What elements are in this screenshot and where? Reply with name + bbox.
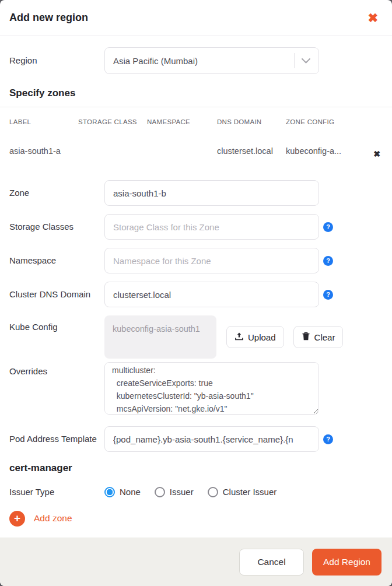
overrides-textarea[interactable]: multicluster: createServiceExports: true… (104, 362, 319, 415)
cluster-dns-domain-row: Cluster DNS Domain ? (9, 282, 383, 307)
issuer-issuer-radio[interactable] (155, 487, 165, 497)
select-divider (294, 53, 295, 68)
pod-address-template-label: Pod Address Template (9, 433, 104, 445)
region-select[interactable]: Asia Pacific (Mumbai) (104, 47, 319, 74)
chevron-down-icon (302, 58, 310, 64)
region-label: Region (9, 55, 104, 66)
remove-zone-icon: ✖ (373, 149, 380, 159)
kube-config-label: Kube Config (9, 315, 104, 333)
namespace-input[interactable] (104, 248, 319, 273)
issuer-type-option-cluster-issuer[interactable]: Cluster Issuer (208, 487, 277, 497)
zone-form: Zone Storage Classes ? Namespace ? (0, 180, 392, 498)
issuer-type-option-issuer[interactable]: Issuer (155, 487, 194, 497)
trash-icon (302, 332, 310, 343)
zone-row: Zone (9, 180, 383, 206)
issuer-issuer-label: Issuer (170, 487, 194, 497)
close-icon: ✖ (368, 11, 378, 24)
issuer-type-radio-group: None Issuer Cluster Issuer (104, 487, 276, 497)
col-header-dns-domain: DNS DOMAIN (217, 118, 286, 125)
issuer-cluster-issuer-label: Cluster Issuer (223, 487, 277, 497)
namespace-label: Namespace (9, 255, 104, 266)
pod-address-template-row: Pod Address Template ? (9, 426, 383, 452)
issuer-cluster-issuer-radio[interactable] (208, 487, 218, 497)
close-button[interactable]: ✖ (364, 9, 382, 26)
storage-classes-label: Storage Classes (9, 221, 104, 233)
kube-config-row: Kube Config kubeconfig-asia-south1 Uploa… (9, 315, 383, 359)
pod-address-template-help-icon[interactable]: ? (323, 434, 333, 444)
col-header-label: LABEL (9, 118, 78, 125)
plus-glyph: + (14, 513, 20, 524)
namespace-help-icon[interactable]: ? (323, 256, 333, 266)
col-header-namespace: NAMESPACE (147, 118, 217, 125)
col-header-storage-class: STORAGE CLASS (78, 118, 147, 125)
cluster-dns-domain-label: Cluster DNS Domain (9, 289, 104, 300)
cluster-dns-domain-input[interactable] (104, 282, 319, 307)
cert-manager-heading: cert-manager (9, 462, 383, 474)
kube-config-filename: kubeconfig-asia-south1 (104, 315, 216, 359)
add-zone-label: Add zone (34, 513, 72, 524)
zone-input[interactable] (104, 180, 319, 206)
add-region-button[interactable]: Add Region (312, 549, 382, 576)
row-cell-dns-domain: clusterset.local (217, 146, 286, 156)
add-region-modal: Add new region ✖ Region Asia Pacific (Mu… (0, 0, 392, 586)
storage-classes-input[interactable] (104, 214, 319, 240)
add-zone-button[interactable]: + Add zone (0, 511, 72, 527)
upload-icon (235, 332, 244, 343)
table-row: asia-south1-a clusterset.local kubeconfi… (9, 143, 383, 159)
row-cell-label: asia-south1-a (9, 146, 78, 156)
issuer-type-row: Issuer Type None Issuer Cluster Issuer (9, 486, 383, 498)
storage-classes-row: Storage Classes ? (9, 214, 383, 240)
issuer-type-option-none[interactable]: None (104, 487, 141, 497)
pod-address-template-input[interactable] (104, 426, 319, 452)
specify-zones-heading-wrap: Specify zones (0, 87, 392, 107)
modal-footer: Cancel Add Region (0, 538, 392, 586)
clear-button[interactable]: Clear (293, 326, 344, 348)
overrides-label: Overrides (9, 362, 104, 377)
col-header-zone-config: ZONE CONFIG (286, 118, 351, 125)
cluster-dns-domain-help-icon[interactable]: ? (323, 290, 333, 300)
overrides-row: Overrides multicluster: createServiceExp… (9, 362, 383, 417)
remove-zone-button[interactable]: ✖ (371, 149, 383, 159)
issuer-none-radio[interactable] (104, 487, 115, 497)
region-row: Region Asia Pacific (Mumbai) (0, 47, 392, 74)
modal-header: Add new region ✖ (0, 0, 392, 36)
cancel-button[interactable]: Cancel (239, 549, 304, 576)
zone-label: Zone (9, 187, 104, 199)
upload-button-label: Upload (248, 332, 276, 342)
clear-button-label: Clear (314, 332, 335, 342)
issuer-type-label: Issuer Type (9, 486, 104, 498)
storage-classes-help-icon[interactable]: ? (323, 222, 333, 232)
specify-zones-heading: Specify zones (9, 87, 383, 99)
zones-table-header: LABEL STORAGE CLASS NAMESPACE DNS DOMAIN… (9, 118, 383, 125)
row-cell-zone-config: kubeconfig-a... (286, 146, 351, 156)
issuer-none-label: None (120, 487, 141, 497)
region-select-value: Asia Pacific (Mumbai) (113, 56, 198, 66)
modal-title: Add new region (9, 12, 88, 24)
zones-table: LABEL STORAGE CLASS NAMESPACE DNS DOMAIN… (0, 107, 392, 159)
upload-button[interactable]: Upload (226, 326, 284, 348)
plus-circle-icon: + (9, 511, 25, 527)
namespace-row: Namespace ? (9, 248, 383, 273)
modal-body: Region Asia Pacific (Mumbai) Specify zon… (0, 36, 392, 538)
